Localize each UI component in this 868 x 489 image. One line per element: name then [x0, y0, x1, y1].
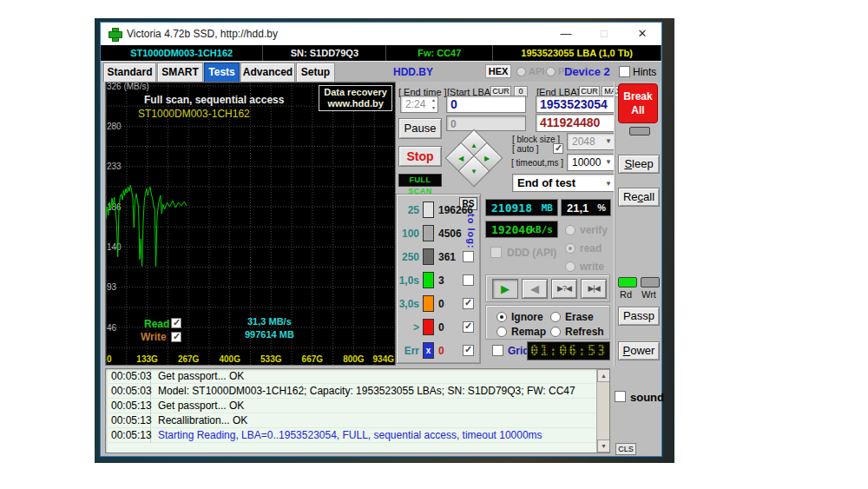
tab-smart[interactable]: SMART [157, 63, 203, 82]
drive-serial: SN: S1DD79Q3 [263, 45, 386, 61]
y-axis-label: 93 [107, 282, 117, 292]
elapsed-timer: 01:06:53 [527, 341, 610, 360]
log-message: Starting Reading, LBA=0..1953523054, FUL… [151, 429, 542, 441]
tab-bar: StandardSMARTTestsAdvancedSetup HDD.BY H… [101, 61, 661, 82]
watermark-line1: Data recovery [324, 87, 387, 98]
tab-setup[interactable]: Setup [296, 63, 335, 82]
log-bin-checkbox[interactable] [463, 321, 474, 333]
speed-bin-label: > [397, 321, 419, 334]
title-bar[interactable]: Victoria 4.72b SSD, http://hdd.by — □ ✕ [101, 23, 661, 45]
recall-button[interactable]: Recall [618, 188, 660, 207]
pause-button[interactable]: Pause [398, 118, 442, 139]
x-axis-label: 400G [219, 354, 240, 364]
speed-row: 1,0s3 [397, 272, 480, 293]
play-button[interactable]: ▶ [492, 279, 518, 299]
break-all-button[interactable]: Break All [618, 83, 658, 123]
tab-advanced[interactable]: Advanced [240, 63, 295, 82]
log-bin-checkbox[interactable] [463, 274, 474, 286]
log-row: 00:05:13Recallibration... OK [106, 413, 609, 428]
tab-standard[interactable]: Standard [103, 63, 156, 82]
grid-checkbox[interactable] [492, 345, 503, 356]
timeout-value: 10000 [572, 156, 601, 169]
seek-end-button[interactable]: ▶|◀ [581, 279, 607, 299]
stop-button[interactable]: Stop [398, 146, 442, 167]
log-bin-checkbox[interactable] [463, 298, 474, 309]
x-axis-label: 934G [373, 354, 395, 364]
log-scrollbar[interactable]: ▲ ▼ [596, 369, 609, 453]
log-row: 00:05:13Starting Reading, LBA=0..1953523… [106, 428, 609, 443]
auto-label: [ auto ] [512, 144, 539, 154]
mode-label-ignore: Ignore [511, 311, 543, 323]
minimize-icon[interactable]: — [547, 23, 585, 45]
hex-toggle[interactable]: HEX [485, 64, 511, 78]
passp-button[interactable]: Passp [618, 307, 660, 326]
timeout-select[interactable]: 10000▼ [567, 154, 615, 171]
speed-bin-count: 196266 [438, 204, 473, 216]
speed-bin-label: 250 [397, 251, 419, 263]
y-axis-label: 233 [107, 162, 122, 171]
power-button[interactable]: Power [618, 341, 660, 360]
remaining-field: 411924480 [536, 114, 615, 132]
mode-radio-remap[interactable] [496, 327, 507, 337]
read-checkbox[interactable] [171, 318, 181, 328]
scroll-up-icon[interactable]: ▲ [597, 369, 610, 382]
hints-checkbox[interactable] [619, 66, 630, 77]
block-size-value: 2048 [572, 135, 595, 148]
rewind-button[interactable]: ◀ [522, 279, 548, 299]
screen: Victoria 4.72b SSD, http://hdd.by — □ ✕ … [0, 0, 868, 489]
speed-bin-count: 0 [438, 321, 444, 334]
x-axis-label: 533G [260, 354, 282, 364]
mode-radio-ignore[interactable] [496, 312, 507, 322]
speed-bin-count: 0 [438, 298, 444, 310]
cls-button[interactable]: CLS [615, 443, 636, 455]
mode-radio-refresh[interactable] [550, 327, 561, 337]
x-axis-label: 800G [343, 354, 365, 364]
sound-checkbox[interactable] [615, 391, 626, 402]
y-axis-label: 326 (MB/s) [107, 83, 149, 91]
write-legend-label: Write [141, 331, 167, 343]
scan-model: ST1000DM003-1CH162 [138, 108, 250, 120]
end-action-select[interactable]: End of test▼ [512, 174, 615, 192]
write-checkbox[interactable] [171, 332, 181, 342]
api-label: API [529, 66, 544, 76]
seek-error-button[interactable]: ▶?◀ [551, 279, 577, 299]
break-all-line1: Break [619, 89, 657, 103]
tab-tests[interactable]: Tests [204, 63, 240, 82]
start-lba-input[interactable]: 0 [446, 96, 526, 113]
hdd-by-label: HDD.BY [393, 66, 433, 78]
log-bin-checkbox[interactable] [463, 345, 474, 356]
drive-capacity: 1953523055 LBA (1,0 Tb) [493, 45, 661, 61]
speed-bin-color [423, 202, 434, 218]
mode-radio-erase[interactable] [550, 312, 561, 322]
end-time-spinner[interactable]: 2:24 ▲▼ [400, 96, 438, 113]
log-timestamp: 00:05:03 [106, 384, 151, 399]
scroll-down-icon[interactable]: ▼ [597, 439, 610, 453]
speed-display: 192046 kB/s [485, 221, 558, 238]
percent-display: 21,1 % [561, 199, 611, 216]
percent-value: 21,1 [567, 202, 589, 215]
log-panel[interactable]: 00:05:03Get passport... OK00:05:03Model:… [105, 368, 610, 453]
end-time-value: 2:24 [405, 98, 425, 110]
sleep-button[interactable]: Sleep [618, 155, 660, 174]
speed-bin-color: x [423, 342, 434, 359]
speed-row: Errx0 [397, 342, 480, 363]
auto-checkbox[interactable] [553, 143, 563, 154]
speed-bin-label: 100 [397, 228, 419, 240]
current-lba-field: 0 [446, 116, 526, 131]
log-message: Get passport... OK [151, 400, 244, 412]
hints-label: Hints [633, 66, 656, 78]
log-bin-checkbox[interactable] [463, 251, 474, 262]
end-lba-input[interactable]: 1953523054 [536, 96, 615, 113]
log-message: Model: ST1000DM003-1CH162; Capacity: 195… [151, 385, 575, 397]
drive-model: ST1000DM003-1CH162 [101, 45, 263, 61]
busy-indicator [629, 127, 650, 135]
speed-bin-count: 361 [438, 251, 456, 263]
current-position: 997614 MB [245, 329, 294, 340]
maximize-icon[interactable]: □ [585, 23, 623, 45]
block-size-select[interactable]: 2048▼ [567, 133, 615, 150]
scan-graph: 326 (MB/s)28023318614093460133G267G400G5… [105, 82, 396, 366]
speed-value: 192046 [491, 223, 532, 236]
x-axis-label: 267G [178, 354, 200, 364]
close-icon[interactable]: ✕ [623, 23, 661, 45]
spinner-arrows-icon[interactable]: ▲▼ [431, 96, 436, 112]
